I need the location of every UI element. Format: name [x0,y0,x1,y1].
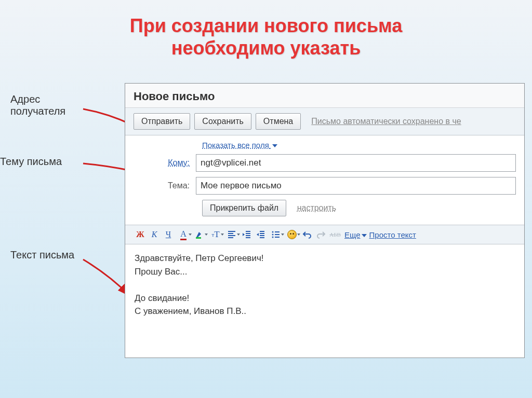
configure-link[interactable]: настроить [297,203,336,212]
bold-icon[interactable]: Ж [134,228,147,241]
redo-icon[interactable] [314,228,328,241]
indent-decrease-icon[interactable] [240,228,254,241]
svg-point-1 [272,231,274,233]
italic-icon[interactable]: К [148,228,161,241]
svg-point-2 [272,234,274,236]
chevron-down-icon [272,144,277,147]
autosave-status: Письмо автоматически сохранено в че [311,117,461,126]
compose-window: Новое письмо Отправить Сохранить Отмена … [125,83,525,358]
to-label[interactable]: Кому: [134,158,196,168]
message-body[interactable]: Здравствуйте, Петр Сергеевич! Прошу Вас.… [125,244,524,325]
window-title: Новое письмо [125,84,524,108]
font-color-icon[interactable]: А [176,228,191,241]
undo-icon[interactable] [300,228,314,241]
underline-icon[interactable]: Ч [162,228,175,241]
title-line1: При создании нового письма [130,15,402,36]
svg-rect-0 [196,237,201,239]
cancel-button[interactable]: Отмена [256,113,301,130]
font-size-icon[interactable]: тT [208,228,223,241]
more-link[interactable]: Еще [344,230,367,239]
to-row: Кому: [134,154,516,172]
save-button[interactable]: Сохранить [194,113,251,130]
slide-title: При создании нового письма необходимо ук… [0,0,532,59]
subject-row: Тема: [134,177,516,195]
label-body: Текст письма [10,249,74,261]
attach-button[interactable]: Прикрепить файл [202,200,286,216]
svg-point-3 [272,237,274,238]
label-subject: Тему письма [0,156,62,168]
fields-section: Показать все поля Кому: Тема: Прикрепить… [125,135,524,225]
plain-text-link[interactable]: Просто текст [369,230,416,239]
indent-increase-icon[interactable] [254,228,268,241]
chevron-down-icon [362,234,367,237]
more-label: Еще [344,230,361,239]
format-toolbar: Ж К Ч А тT АБВ Еще Прост [125,225,524,244]
to-input[interactable] [196,154,516,172]
subject-label: Тема: [134,181,196,190]
label-recipient: Адрес получателя [10,93,65,117]
toolbar-top: Отправить Сохранить Отмена Письмо автома… [125,108,524,135]
send-button[interactable]: Отправить [134,113,190,130]
emoji-icon[interactable] [284,228,300,241]
strike-icon[interactable]: АБВ [328,228,342,241]
show-all-fields-label: Показать все поля [202,141,269,149]
list-icon[interactable] [268,228,284,241]
align-icon[interactable] [224,228,240,241]
title-line2: необходимо указать [171,37,361,59]
show-all-fields-link[interactable]: Показать все поля [202,141,277,149]
subject-input[interactable] [196,177,516,195]
highlight-icon[interactable] [192,228,207,241]
